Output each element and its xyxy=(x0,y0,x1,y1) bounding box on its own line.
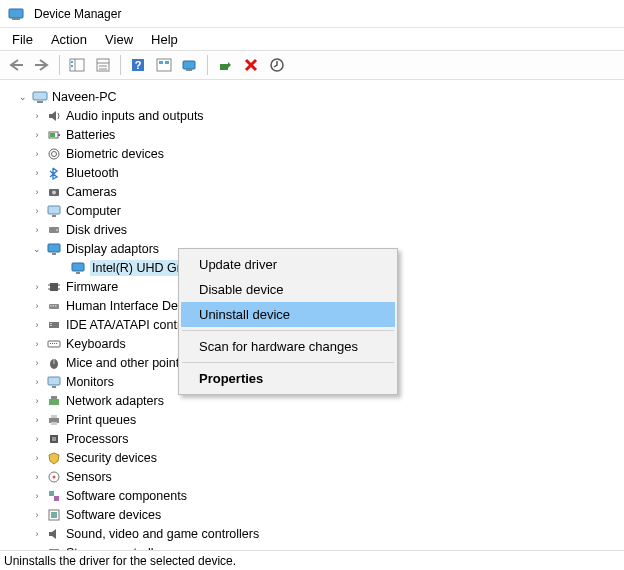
cat-label: Computer xyxy=(66,204,121,218)
cat-security[interactable]: › Security devices xyxy=(0,448,624,467)
show-hide-tree-button[interactable] xyxy=(65,53,89,77)
cat-sensors[interactable]: › Sensors xyxy=(0,467,624,486)
expand-icon[interactable]: › xyxy=(30,337,44,351)
svg-rect-18 xyxy=(186,69,192,71)
cat-label: Audio inputs and outputs xyxy=(66,109,204,123)
forward-button[interactable] xyxy=(30,53,54,77)
expand-icon[interactable]: › xyxy=(30,185,44,199)
cat-biometric[interactable]: › Biometric devices xyxy=(0,144,624,163)
ctx-uninstall-device[interactable]: Uninstall device xyxy=(181,302,395,327)
cat-storage[interactable]: › Storage controllers xyxy=(0,543,624,550)
collapse-icon[interactable]: ⌄ xyxy=(16,90,30,104)
toolbar-separator xyxy=(59,55,60,75)
svg-rect-68 xyxy=(49,491,54,496)
cat-audio[interactable]: › Audio inputs and outputs xyxy=(0,106,624,125)
mouse-icon xyxy=(46,355,62,371)
uninstall-button[interactable] xyxy=(239,53,263,77)
ctx-separator xyxy=(182,362,394,363)
expand-icon[interactable]: › xyxy=(30,280,44,294)
tree-root[interactable]: ⌄ Naveen-PC xyxy=(0,87,624,106)
cat-label: Software devices xyxy=(66,508,161,522)
svg-rect-25 xyxy=(50,133,55,137)
monitor-icon xyxy=(46,374,62,390)
cat-label: Print queues xyxy=(66,413,136,427)
cat-label: Batteries xyxy=(66,128,115,142)
cat-software-devices[interactable]: › Software devices xyxy=(0,505,624,524)
menu-file[interactable]: File xyxy=(4,30,41,49)
expand-icon[interactable]: › xyxy=(30,204,44,218)
menu-help[interactable]: Help xyxy=(143,30,186,49)
svg-rect-46 xyxy=(55,305,57,307)
cat-software-components[interactable]: › Software components xyxy=(0,486,624,505)
cat-label: Keyboards xyxy=(66,337,126,351)
cat-computer[interactable]: › Computer xyxy=(0,201,624,220)
ctx-scan-hardware[interactable]: Scan for hardware changes xyxy=(181,334,395,359)
chip-icon xyxy=(46,279,62,295)
expand-icon[interactable]: › xyxy=(30,375,44,389)
window-title: Device Manager xyxy=(34,7,121,21)
ctx-properties[interactable]: Properties xyxy=(181,366,395,391)
printer-icon xyxy=(46,412,62,428)
svg-rect-63 xyxy=(51,422,57,425)
expand-icon[interactable]: › xyxy=(30,166,44,180)
expand-icon[interactable]: › xyxy=(30,318,44,332)
ctx-disable-device[interactable]: Disable device xyxy=(181,277,395,302)
update-driver-button[interactable] xyxy=(265,53,289,77)
cat-processors[interactable]: › Processors xyxy=(0,429,624,448)
software-icon xyxy=(46,507,62,523)
svg-rect-35 xyxy=(52,253,56,255)
titlebar: Device Manager xyxy=(0,0,624,28)
menu-action[interactable]: Action xyxy=(43,30,95,49)
hid-icon xyxy=(46,298,62,314)
expand-icon[interactable]: › xyxy=(30,508,44,522)
enable-device-button[interactable] xyxy=(213,53,237,77)
ide-icon xyxy=(46,317,62,333)
svg-rect-30 xyxy=(48,206,60,214)
action-center-button[interactable] xyxy=(152,53,176,77)
svg-rect-19 xyxy=(220,64,228,70)
expand-icon[interactable]: › xyxy=(30,527,44,541)
monitor-icon xyxy=(46,203,62,219)
expand-icon[interactable]: › xyxy=(30,470,44,484)
sound-icon xyxy=(46,526,62,542)
svg-rect-53 xyxy=(54,343,55,344)
expand-icon[interactable]: › xyxy=(30,451,44,465)
expand-icon[interactable]: › xyxy=(30,394,44,408)
toolbar-separator xyxy=(207,55,208,75)
expand-icon[interactable]: › xyxy=(30,413,44,427)
help-button[interactable]: ? xyxy=(126,53,150,77)
svg-point-67 xyxy=(53,475,56,478)
expand-icon[interactable]: › xyxy=(30,109,44,123)
collapse-icon[interactable]: ⌄ xyxy=(30,242,44,256)
scan-hardware-button[interactable] xyxy=(178,53,202,77)
back-button[interactable] xyxy=(4,53,28,77)
svg-rect-15 xyxy=(159,61,163,64)
ctx-update-driver[interactable]: Update driver xyxy=(181,252,395,277)
expand-icon[interactable]: › xyxy=(30,489,44,503)
expand-icon[interactable]: › xyxy=(30,147,44,161)
properties-button[interactable] xyxy=(91,53,115,77)
toolbar: ? xyxy=(0,50,624,80)
expand-icon[interactable]: › xyxy=(30,432,44,446)
menu-view[interactable]: View xyxy=(97,30,141,49)
cat-disk[interactable]: › Disk drives xyxy=(0,220,624,239)
svg-rect-22 xyxy=(37,101,43,103)
svg-rect-69 xyxy=(54,496,59,501)
svg-rect-71 xyxy=(51,512,57,518)
camera-icon xyxy=(46,184,62,200)
cat-sound[interactable]: › Sound, video and game controllers xyxy=(0,524,624,543)
bluetooth-icon xyxy=(46,165,62,181)
expand-icon[interactable]: › xyxy=(30,356,44,370)
cat-bluetooth[interactable]: › Bluetooth xyxy=(0,163,624,182)
cat-cameras[interactable]: › Cameras xyxy=(0,182,624,201)
cat-batteries[interactable]: › Batteries xyxy=(0,125,624,144)
statusbar: Uninstalls the driver for the selected d… xyxy=(0,550,624,570)
cat-print[interactable]: › Print queues xyxy=(0,410,624,429)
expand-icon[interactable]: › xyxy=(30,299,44,313)
expand-icon[interactable]: › xyxy=(30,128,44,142)
sensor-icon xyxy=(46,469,62,485)
svg-rect-24 xyxy=(58,134,60,136)
expand-icon[interactable]: › xyxy=(30,223,44,237)
svg-rect-0 xyxy=(9,9,23,18)
cat-label: Biometric devices xyxy=(66,147,164,161)
